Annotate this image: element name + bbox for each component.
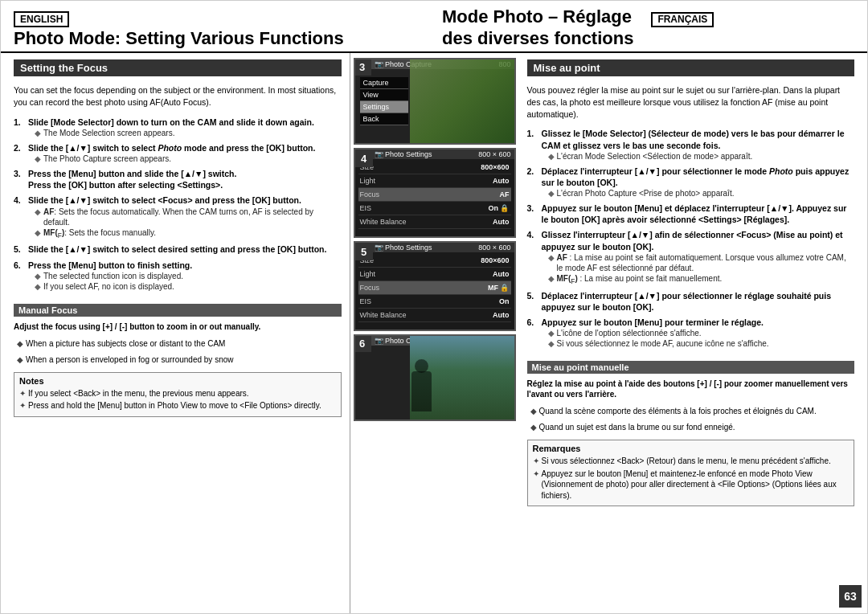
right-step-5: 5. Déplacez l'interrupteur [▲/▼] pour sé… <box>527 290 855 313</box>
settings-body-4: Size 800×600 Light Auto Focus AF EIS On … <box>355 159 514 231</box>
step-badge-5: 5 <box>355 243 373 260</box>
setting-focus-title: Setting the Focus <box>14 59 342 76</box>
row-focus-4: Focus AF <box>358 188 511 202</box>
mf-fr-bullet2: ◆ Quand un sujet est dans la brume ou su… <box>530 422 855 432</box>
lang-badge-en: ENGLISH <box>14 11 69 27</box>
step-badge-6: 6 <box>354 334 371 352</box>
header-right: Mode Photo – Réglage FRANÇAIS des divers… <box>442 7 854 51</box>
header: ENGLISH Photo Mode: Setting Various Func… <box>1 1 867 53</box>
right-column: Mise au point Vous pouvez régler la mise… <box>519 53 868 613</box>
fr-badge-row: Mode Photo – Réglage FRANÇAIS des divers… <box>442 7 854 51</box>
mf-bold-fr: Réglez la mise au point à l'aide des bou… <box>527 379 855 399</box>
settings-top-5: 📷 Photo Settings 800 × 600 <box>355 243 514 252</box>
settings-top-4: 📷 Photo Settings 800 × 600 <box>355 149 514 159</box>
menu-capture: Capture <box>360 77 408 89</box>
menu-view: View <box>360 89 408 101</box>
menu-back: Back <box>360 113 408 125</box>
row-light-4: Light Auto <box>358 174 511 188</box>
row-size-5: Size 800×600 <box>358 254 511 268</box>
right-step-2: 2. Déplacez l'interrupteur [▲/▼] pour sé… <box>527 166 855 199</box>
middle-column: 3 📷 Photo Capture 800 Capture View Setti… <box>350 53 519 613</box>
left-step-4: 4. Slide the [▲/▼] switch to select <Foc… <box>14 194 342 239</box>
main-content: Setting the Focus You can set the focus … <box>1 53 867 613</box>
cam-screen-3: 3 📷 Photo Capture 800 Capture View Setti… <box>354 58 516 145</box>
note-1: ✦ If you select <Back> in the menu, the … <box>19 388 336 399</box>
left-column: Setting the Focus You can set the focus … <box>1 53 350 613</box>
right-step6-bullet2: ◆ Si vous sélectionnez le mode AF, aucun… <box>548 338 855 349</box>
lang-badge-fr: FRANÇAIS <box>651 12 714 27</box>
right-step-1: 1. Glissez le [Mode Selector] (Sélecteur… <box>527 128 855 161</box>
left-step6-bullet1: ◆ The selected function icon is displaye… <box>35 271 342 281</box>
left-intro: You can set the focus depending on the s… <box>14 84 342 108</box>
right-step-6: 6. Appuyez sur le bouton [Menu] pour ter… <box>527 317 855 349</box>
cam-screen-5: 5 📷 Photo Settings 800 × 600 Size 800×60… <box>354 241 516 331</box>
menu-settings-selected: Settings <box>360 101 408 113</box>
row-size-4: Size 800×600 <box>358 161 511 174</box>
left-step1-bullet: ◆ The Mode Selection screen appears. <box>35 128 342 138</box>
row-wb-5: White Balance Auto <box>358 309 511 322</box>
mf-title-fr: Mise au point manuelle <box>527 361 855 374</box>
mise-au-point-title: Mise au point <box>527 59 855 76</box>
cam-screen-4: 4 📷 Photo Settings 800 × 600 Size 800×60… <box>354 148 516 238</box>
title-fr-line1: Mode Photo – Réglage <box>442 6 632 27</box>
left-steps-list: 1. Slide [Mode Selector] down to turn on… <box>14 117 342 296</box>
right-step4-bullet1: ◆ AF : La mise au point se fait automati… <box>548 252 855 273</box>
manual-focus-title: Manual Focus <box>14 304 342 317</box>
left-step4-bullet2: ◆ MF(F): Sets the focus manually. <box>35 227 342 240</box>
remarque-1: ✦ Si vous sélectionnez <Back> (Retour) d… <box>533 456 850 467</box>
left-step-6: 6. Press the [Menu] button to finish set… <box>14 260 342 292</box>
mf-fr-bullet1: ◆ Quand la scène comporte des éléments à… <box>530 406 855 416</box>
left-step-2: 2. Slide the [▲/▼] switch to select Phot… <box>14 142 342 164</box>
cam-screen-6: 6 📷 Photo Capture 800 <box>354 334 516 421</box>
page: ENGLISH Photo Mode: Setting Various Func… <box>0 0 868 614</box>
left-step-5: 5. Slide the [▲/▼] switch to select desi… <box>14 244 342 255</box>
mf-bullet1: ◆ When a picture has subjects close or d… <box>17 338 342 349</box>
right-step4-bullet2: ◆ MF(F) : La mise au point se fait manue… <box>548 273 855 286</box>
right-intro: Vous pouvez régler la mise au point sur … <box>527 84 855 120</box>
remarques-title: Remarques <box>533 444 850 453</box>
left-step4-bullet1: ◆ AF: Sets the focus automatically. When… <box>35 207 342 227</box>
step-badge-3: 3 <box>354 58 371 76</box>
row-focus-5: Focus MF 🔒 <box>358 281 511 295</box>
remarque-2: ✦ Appuyez sur le bouton [Menu] et mainte… <box>533 469 850 501</box>
page-number: 63 <box>839 585 862 608</box>
cam-menu-3: Capture View Settings Back <box>360 77 408 125</box>
right-step1-bullet: ◆ L'écran Mode Selection <Sélection de m… <box>548 151 855 162</box>
left-step-1: 1. Slide [Mode Selector] down to turn on… <box>14 117 342 138</box>
right-step6-bullet1: ◆ L'icône de l'option sélectionnée s'aff… <box>548 328 855 338</box>
notes-title: Notes <box>19 376 336 386</box>
header-left: ENGLISH Photo Mode: Setting Various Func… <box>14 11 426 51</box>
manual-focus-bold: Adjust the focus using [+] / [-] button … <box>14 321 342 332</box>
right-step2-bullet: ◆ L'écran Photo Capture <Prise de photo>… <box>548 188 855 199</box>
title-fr: Mode Photo – Réglage FRANÇAIS des divers… <box>442 7 714 51</box>
step-badge-4: 4 <box>355 149 373 167</box>
left-step6-bullet2: ◆ If you select AF, no icon is displayed… <box>35 281 342 292</box>
title-en: Photo Mode: Setting Various Functions <box>14 29 426 51</box>
left-step-3: 3. Press the [Menu] button and slide the… <box>14 168 342 190</box>
right-step-4: 4. Glissez l'interrupteur [▲/▼] afin de … <box>527 229 855 285</box>
person-head <box>415 359 428 373</box>
settings-body-5: Size 800×600 Light Auto Focus MF 🔒 EIS O… <box>355 252 514 324</box>
right-steps-list: 1. Glissez le [Mode Selector] (Sélecteur… <box>527 128 855 353</box>
right-step-3: 3. Appuyez sur le bouton [Menu] et dépla… <box>527 203 855 225</box>
mf-bullet2: ◆ When a person is enveloped in fog or s… <box>17 354 342 365</box>
cam-bg-3 <box>410 59 514 144</box>
note-2: ✦ Press and hold the [Menu] button in Ph… <box>19 400 336 411</box>
notes-box: Notes ✦ If you select <Back> in the menu… <box>14 372 342 417</box>
row-eis-5: EIS On <box>358 295 511 309</box>
title-fr-line2: des diverses fonctions <box>442 28 633 48</box>
person-silhouette <box>411 371 432 411</box>
left-step2-bullet: ◆ The Photo Capture screen appears. <box>35 154 342 164</box>
row-wb-4: White Balance Auto <box>358 215 511 229</box>
row-eis-4: EIS On 🔒 <box>358 202 511 215</box>
row-light-5: Light Auto <box>358 268 511 281</box>
remarques-box: Remarques ✦ Si vous sélectionnez <Back> … <box>527 440 855 506</box>
